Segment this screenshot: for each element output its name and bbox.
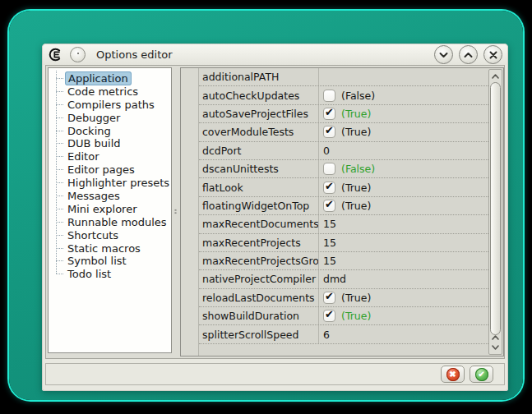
window-controls	[434, 45, 502, 64]
property-row[interactable]: floatingWidgetOnTop(True)	[199, 197, 488, 215]
property-name: maxRecentProjectsGrou	[199, 255, 318, 267]
scroll-up-icon[interactable]	[489, 71, 502, 81]
property-name: splitterScrollSpeed	[199, 329, 318, 341]
grid-vertical-scrollbar[interactable]	[488, 69, 502, 355]
titlebar[interactable]: Options editor	[43, 44, 507, 65]
maximize-button[interactable]	[459, 45, 478, 64]
footer-bar: ✖ ✔	[45, 363, 505, 385]
property-value-cell[interactable]: 0	[318, 142, 488, 159]
property-row[interactable]: dcdPort0	[199, 142, 488, 160]
property-row[interactable]: nativeProjectCompilerdmd	[199, 270, 488, 288]
scrollbar-thumb[interactable]	[490, 82, 501, 335]
property-row[interactable]: autoSaveProjectFiles(True)	[199, 105, 488, 123]
property-value-cell[interactable]: (True)	[318, 307, 488, 324]
tree-item[interactable]: Static macros	[49, 242, 171, 255]
checkbox-checked-icon[interactable]	[323, 108, 335, 120]
cancel-icon: ✖	[446, 368, 460, 381]
checkbox-checked-icon[interactable]	[323, 310, 335, 322]
property-value-cell[interactable]: 15	[318, 252, 488, 269]
property-row[interactable]: flatLook(True)	[199, 178, 488, 196]
property-value-text: 6	[323, 329, 330, 341]
property-rows: additionalPATHautoCheckUpdates(False)aut…	[199, 68, 488, 344]
tree-item-label: Debugger	[65, 112, 123, 124]
tree-item[interactable]: Mini explorer	[49, 202, 171, 215]
window-title: Options editor	[96, 48, 434, 61]
cancel-button[interactable]: ✖	[441, 366, 465, 383]
tree-item[interactable]: Editor	[49, 150, 171, 163]
tree-item[interactable]: Compilers paths	[49, 98, 171, 111]
property-grid[interactable]: additionalPATHautoCheckUpdates(False)aut…	[180, 67, 504, 356]
property-value-text: (True)	[341, 182, 371, 194]
property-value-cell[interactable]	[318, 68, 488, 85]
category-tree[interactable]: ApplicationCode metricsCompilers pathsDe…	[48, 67, 172, 353]
property-row[interactable]: additionalPATH	[199, 68, 488, 86]
checkbox-unchecked-icon[interactable]	[323, 90, 335, 102]
checkbox-checked-icon[interactable]	[323, 292, 335, 304]
tree-item[interactable]: Symbol list	[49, 254, 171, 267]
property-value-cell[interactable]: dmd	[318, 270, 488, 288]
property-row[interactable]: dscanUnittests(False)	[199, 160, 488, 178]
scroll-up-bottom-icon[interactable]	[489, 333, 502, 343]
property-row[interactable]: maxRecentDocuments15	[199, 215, 488, 233]
tree-item[interactable]: Todo list	[49, 267, 171, 280]
chevron-up-icon	[464, 52, 473, 58]
tree-item[interactable]: Application	[49, 71, 171, 85]
tree-item-label: Symbol list	[65, 255, 129, 267]
property-row[interactable]: maxRecentProjectsGrou15	[199, 252, 488, 270]
accept-button[interactable]: ✔	[470, 366, 493, 383]
tree-item[interactable]: Highlighter presets	[49, 176, 171, 189]
property-value-cell[interactable]: 15	[318, 234, 488, 251]
tree-item[interactable]: Docking	[49, 124, 171, 137]
close-button[interactable]	[483, 45, 502, 64]
property-value-text: 15	[323, 237, 336, 249]
close-icon	[489, 51, 497, 59]
checkbox-checked-icon[interactable]	[323, 126, 335, 138]
property-name: floatingWidgetOnTop	[199, 200, 318, 212]
property-value-cell[interactable]: (True)	[318, 123, 488, 140]
tree-item[interactable]: Runnable modules	[49, 215, 171, 228]
content-panel: ApplicationCode metricsCompilers pathsDe…	[45, 65, 505, 359]
property-value-text: (True)	[341, 108, 371, 120]
tree-item[interactable]: Messages	[49, 189, 171, 202]
property-value-cell[interactable]: (False)	[318, 160, 488, 177]
property-row[interactable]: splitterScrollSpeed6	[199, 325, 488, 343]
property-name: autoSaveProjectFiles	[199, 108, 318, 120]
property-value-text: (True)	[341, 126, 371, 138]
property-value-text: 15	[323, 255, 336, 267]
tree-item[interactable]: Code metrics	[49, 85, 171, 98]
tree-item[interactable]: DUB build	[49, 136, 171, 150]
tree-item-label: Editor pages	[65, 163, 137, 176]
tree-item-label: Static macros	[65, 242, 143, 255]
tree-item-label: Messages	[65, 190, 123, 202]
tree-item[interactable]: Shortcuts	[49, 228, 171, 242]
property-value-cell[interactable]: (True)	[318, 178, 488, 196]
property-row[interactable]: coverModuleTests(True)	[199, 123, 488, 141]
scroll-down-icon[interactable]	[489, 343, 502, 352]
checkbox-checked-icon[interactable]	[323, 182, 335, 194]
tree-item[interactable]: Editor pages	[49, 163, 171, 176]
checkbox-unchecked-icon[interactable]	[323, 163, 335, 175]
property-row[interactable]: maxRecentProjects15	[199, 234, 488, 252]
property-value-cell[interactable]: (True)	[318, 197, 488, 214]
property-value-text: (False)	[341, 90, 375, 102]
tree-item-label: Editor	[65, 150, 101, 163]
property-row[interactable]: showBuildDuration(True)	[199, 307, 488, 325]
window-menu-button[interactable]	[70, 47, 86, 62]
tree-item-label: Highlighter presets	[65, 177, 172, 189]
property-value-cell[interactable]: (True)	[318, 289, 488, 306]
tree-item[interactable]: Debugger	[49, 111, 171, 124]
property-value-cell[interactable]: 15	[318, 215, 488, 232]
property-row[interactable]: autoCheckUpdates(False)	[199, 86, 488, 104]
property-row[interactable]: reloadLastDocuments(True)	[199, 289, 488, 307]
property-value-cell[interactable]: (True)	[318, 105, 488, 122]
splitter-handle[interactable]	[173, 67, 179, 353]
window-frame: Options editor ApplicationCode metricsCo…	[9, 11, 523, 400]
property-value-text: (True)	[341, 310, 371, 322]
property-value-cell[interactable]: 6	[318, 325, 488, 343]
property-name: dcdPort	[199, 145, 318, 157]
property-name: additionalPATH	[199, 71, 318, 83]
property-value-text: (True)	[341, 200, 371, 212]
property-value-cell[interactable]: (False)	[318, 86, 488, 104]
checkbox-checked-icon[interactable]	[323, 200, 335, 212]
minimize-button[interactable]	[434, 45, 453, 64]
